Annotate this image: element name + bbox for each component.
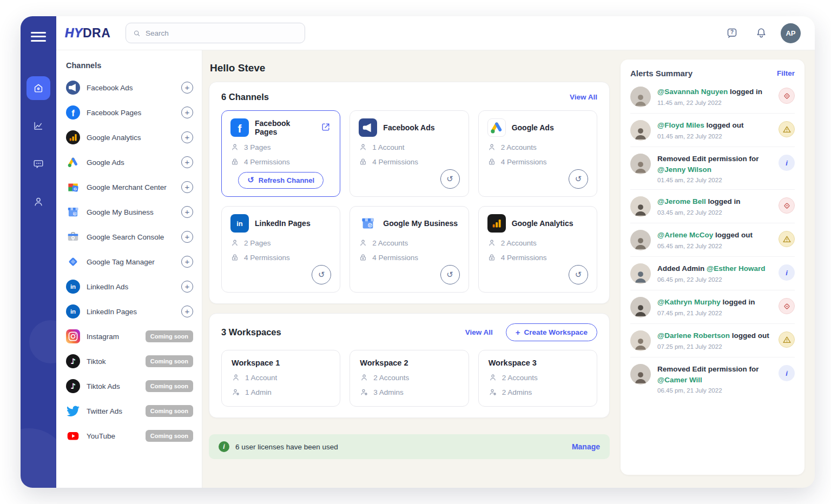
- nav-messages-button[interactable]: [27, 152, 50, 176]
- channel-card-google-my-business[interactable]: G Google My Business 2 Accounts 4 Permis…: [349, 206, 469, 293]
- refresh-icon: ↺: [575, 271, 582, 279]
- sidebar-item-linkedin-ads[interactable]: in LinkedIn Ads +: [66, 274, 193, 299]
- add-channel-button[interactable]: +: [181, 306, 193, 317]
- sidebar-item-instagram[interactable]: Instagram Coming soon: [66, 324, 193, 349]
- add-channel-button[interactable]: +: [181, 256, 193, 268]
- workspace-card-3[interactable]: Workspace 3 2 Accounts 2 Admins: [478, 350, 597, 407]
- alert-item[interactable]: Removed Edit permission for @Jenny Wilso…: [630, 147, 795, 190]
- google-analytics-icon: [66, 130, 80, 144]
- alert-item[interactable]: @Arlene McCoy logged out 05.45 am, 22 Ju…: [630, 223, 795, 257]
- channel-card-google-analytics[interactable]: Google Analytics 2 Accounts 4 Permission…: [478, 206, 597, 293]
- alert-item[interactable]: @Floyd Miles logged out 01.45 am, 22 Jul…: [630, 114, 795, 147]
- youtube-icon: [66, 429, 80, 443]
- refresh-channel-button[interactable]: ↺: [312, 265, 331, 284]
- refresh-channel-button[interactable]: ↺: [569, 265, 588, 284]
- user-mention: @Esther Howard: [707, 264, 765, 273]
- error-status-icon: [779, 298, 795, 314]
- refresh-icon: ↺: [247, 176, 254, 184]
- refresh-channel-button[interactable]: ↺Refresh Channel: [238, 172, 324, 189]
- alerts-filter-link[interactable]: Filter: [777, 69, 795, 77]
- notifications-button[interactable]: [751, 23, 771, 43]
- channel-card-google-ads[interactable]: Google Ads 2 Accounts 4 Permissions ↺: [478, 110, 597, 197]
- sidebar-item-google-my-business[interactable]: G Google My Business +: [66, 200, 193, 224]
- person-icon: [489, 373, 497, 382]
- search-box[interactable]: [126, 23, 305, 43]
- sidebar-item-google-search-console[interactable]: Google Search Console +: [66, 224, 193, 249]
- sidebar-item-google-merchant-center[interactable]: G Google Merchant Center +: [66, 175, 193, 200]
- svg-text:G: G: [74, 211, 76, 215]
- sidebar-item-facebook-ads[interactable]: Facebook Ads +: [66, 75, 193, 100]
- sidebar-item-linkedin-pages[interactable]: in LinkedIn Pages +: [66, 299, 193, 324]
- refresh-icon: ↺: [575, 175, 582, 183]
- svg-text:?: ?: [730, 29, 734, 35]
- manage-licenses-link[interactable]: Manage: [572, 442, 600, 451]
- alert-item[interactable]: @Savannah Nguyen logged in 11.45 am, 22 …: [630, 80, 795, 114]
- workspaces-section-title: 3 Workspaces: [221, 327, 281, 337]
- channel-card-linkedin-pages[interactable]: in LinkedIn Pages 2 Pages 4 Permissions …: [221, 206, 340, 293]
- add-channel-button[interactable]: +: [181, 131, 193, 143]
- workspace-card-1[interactable]: Workspace 1 1 Account 1 Admin: [221, 350, 340, 407]
- nav-analytics-button[interactable]: [27, 114, 50, 138]
- admin-icon: [232, 388, 240, 396]
- tiktok-icon: ♪: [66, 379, 80, 393]
- alert-item[interactable]: @Jerome Bell logged in 03.45 am, 22 July…: [630, 190, 795, 223]
- refresh-channel-button[interactable]: ↺: [440, 265, 460, 284]
- nav-home-button[interactable]: [27, 76, 50, 100]
- sidebar-item-tiktok[interactable]: ♪ Tiktok Coming soon: [66, 349, 193, 374]
- sidebar-item-youtube[interactable]: YouTube Coming soon: [66, 423, 193, 448]
- lock-icon: [359, 157, 367, 166]
- channel-card-facebook-ads[interactable]: Facebook Ads 1 Account 4 Permissions ↺: [349, 110, 469, 197]
- alert-item[interactable]: @Kathryn Murphy logged in 07.45 pm, 21 J…: [630, 290, 795, 324]
- sidebar-item-google-tag-manager[interactable]: Google Tag Manager +: [66, 249, 193, 274]
- user-mention: @Arlene McCoy: [657, 231, 713, 239]
- avatar: [630, 87, 651, 107]
- channel-card-facebook-pages[interactable]: f Facebook Pages 3 Pages 4 Permissions ↺…: [221, 110, 340, 197]
- hamburger-menu-icon[interactable]: [31, 29, 46, 44]
- topbar: HYDRA ? AP: [56, 16, 815, 50]
- svg-text:G: G: [368, 223, 372, 228]
- add-channel-button[interactable]: +: [181, 107, 193, 118]
- add-channel-button[interactable]: +: [181, 281, 193, 293]
- alert-item[interactable]: Removed Edit permission for @Camer Will …: [630, 357, 795, 400]
- user-mention: @Kathryn Murphy: [657, 298, 721, 306]
- alerts-panel: Alerts Summary Filter @Savannah Nguyen l…: [621, 59, 804, 475]
- help-icon: ?: [726, 26, 738, 39]
- avatar: [630, 154, 651, 174]
- refresh-channel-button[interactable]: ↺: [440, 169, 460, 189]
- nav-profile-button[interactable]: [27, 190, 50, 214]
- add-channel-button[interactable]: +: [181, 82, 193, 94]
- permissions-stat: 4 Permissions: [487, 157, 588, 166]
- sidebar-item-twitter-ads[interactable]: Twitter Ads Coming soon: [66, 399, 193, 423]
- external-link-icon[interactable]: [320, 122, 332, 134]
- add-channel-button[interactable]: +: [181, 206, 193, 218]
- user-avatar[interactable]: AP: [781, 23, 801, 43]
- add-channel-button[interactable]: +: [181, 156, 193, 168]
- accounts-stat: 2 Accounts: [359, 238, 459, 247]
- sidebar-item-tiktok-ads[interactable]: ♪ Tiktok Ads Coming soon: [66, 374, 193, 399]
- sidebar-item-facebook-pages[interactable]: f Facebook Pages +: [66, 100, 193, 125]
- channels-view-all-link[interactable]: View All: [570, 93, 597, 101]
- workspace-card-2[interactable]: Workspace 2 2 Accounts 3 Admins: [349, 350, 469, 407]
- avatar: [630, 364, 651, 384]
- create-workspace-button[interactable]: +Create Workspace: [506, 323, 597, 341]
- person-icon: [359, 143, 367, 151]
- workspaces-view-all-link[interactable]: View All: [465, 328, 493, 336]
- search-input[interactable]: [146, 29, 298, 37]
- app-logo: HYDRA: [65, 26, 110, 41]
- alert-timestamp: 01.45 am, 22 July 2022: [657, 133, 772, 140]
- alert-item[interactable]: Added Admin @Esther Howard 06.45 pm, 22 …: [630, 257, 795, 290]
- add-channel-button[interactable]: +: [181, 181, 193, 193]
- refresh-channel-button[interactable]: ↺: [569, 169, 588, 189]
- sidebar-item-google-analytics[interactable]: Google Analytics +: [66, 125, 193, 150]
- google-analytics-icon: [487, 214, 506, 233]
- alert-item[interactable]: @Darlene Robertson logged out 07.25 pm, …: [630, 324, 795, 357]
- sidebar-item-google-ads[interactable]: Google Ads +: [66, 150, 193, 175]
- refresh-icon: ↺: [318, 271, 325, 279]
- alert-timestamp: 05.45 am, 22 July 2022: [657, 243, 772, 249]
- home-icon: [32, 82, 44, 94]
- facebook-icon: f: [230, 118, 249, 137]
- add-channel-button[interactable]: +: [181, 231, 193, 243]
- help-button[interactable]: ?: [722, 23, 742, 43]
- accounts-stat: 1 Account: [232, 373, 330, 382]
- warning-status-icon: [779, 231, 795, 247]
